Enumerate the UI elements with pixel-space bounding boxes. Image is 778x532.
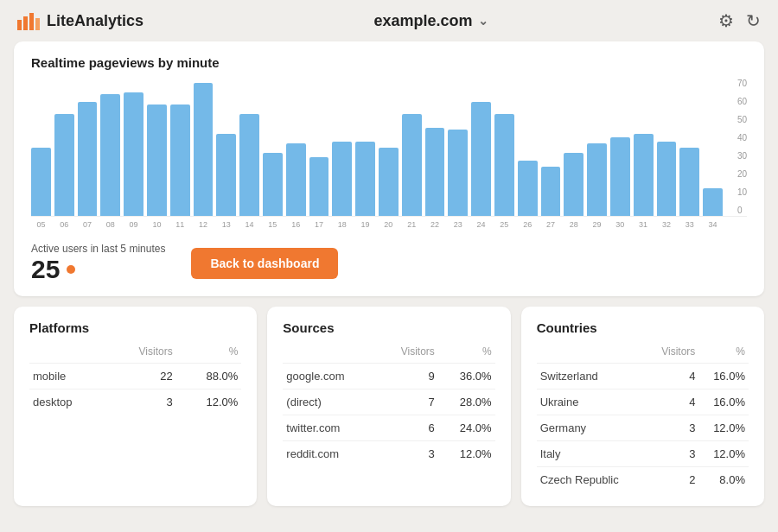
table-cell: 4 — [647, 364, 699, 390]
countries-card: Countries Visitors % Switzerland416.0%Uk… — [521, 307, 764, 506]
chart-bar — [564, 153, 584, 216]
chart-x-label: 06 — [54, 220, 74, 229]
bottom-row: Platforms Visitors % mobile2288.0%deskto… — [14, 307, 764, 506]
chart-x-labels: 0506070809101112131415161718192021222324… — [31, 220, 747, 229]
table-cell: 9 — [379, 364, 438, 390]
chart-bar — [634, 134, 654, 216]
table-cell: 3 — [647, 415, 699, 441]
bars-container — [31, 79, 747, 217]
chart-bar — [31, 148, 51, 217]
active-users-info: Active users in last 5 minutes 25 — [31, 243, 165, 284]
table-cell: 8.0% — [698, 467, 749, 493]
table-row: reddit.com312.0% — [283, 441, 494, 467]
sources-col-pct: % — [438, 344, 495, 364]
chart-bar — [448, 130, 468, 216]
chart-x-label: 32 — [657, 220, 677, 229]
chart-x-label: 09 — [124, 220, 143, 229]
chart-bar — [54, 114, 74, 216]
svg-rect-0 — [17, 20, 22, 30]
settings-icon[interactable]: ⚙ — [718, 10, 734, 31]
chart-x-label: 25 — [494, 220, 514, 229]
table-cell: 3 — [379, 441, 438, 467]
chart-bar — [124, 92, 143, 216]
chart-bar — [216, 134, 236, 216]
chart-bar — [309, 157, 329, 216]
chart-bar — [355, 142, 375, 216]
platforms-col-pct: % — [176, 344, 242, 364]
table-cell: 16.0% — [698, 390, 749, 415]
table-cell: mobile — [29, 364, 107, 390]
site-name: example.com — [373, 12, 472, 30]
table-cell: Switzerland — [537, 364, 647, 390]
active-users-number: 25 — [31, 255, 60, 284]
chart-bar — [78, 102, 98, 216]
svg-rect-1 — [23, 16, 28, 30]
back-to-dashboard-button[interactable]: Back to dashboard — [191, 248, 338, 279]
table-cell: google.com — [283, 364, 378, 390]
table-cell: reddit.com — [283, 441, 378, 467]
countries-col-name — [537, 344, 647, 364]
chart-bar — [471, 102, 491, 216]
chart-x-label: 11 — [170, 220, 190, 229]
chart-title: Realtime pageviews by minute — [31, 55, 747, 70]
chart-bar — [379, 148, 399, 217]
table-row: Ukraine416.0% — [537, 390, 749, 415]
chart-bar — [402, 114, 422, 216]
table-cell: 2 — [647, 467, 699, 493]
chart-bar — [679, 148, 699, 217]
logo-text: LiteAnalytics — [47, 12, 143, 30]
chart-bar — [239, 114, 259, 216]
chart-x-label: 12 — [194, 220, 214, 229]
main-content: Realtime pageviews by minute 01020304050… — [0, 41, 778, 520]
table-row: mobile2288.0% — [29, 364, 241, 390]
chart-x-label: 14 — [239, 220, 259, 229]
refresh-icon[interactable]: ↻ — [746, 10, 761, 31]
table-cell: Ukraine — [537, 390, 647, 415]
chart-x-label: 31 — [634, 220, 654, 229]
chart-x-label: 29 — [587, 220, 607, 229]
table-cell: 12.0% — [176, 390, 242, 415]
chart-x-label: 19 — [355, 220, 375, 229]
table-cell: 3 — [647, 441, 699, 467]
table-row: Switzerland416.0% — [537, 364, 749, 390]
chart-bar — [587, 143, 607, 216]
chart-bar — [657, 142, 677, 216]
sources-card: Sources Visitors % google.com936.0%(dire… — [267, 307, 510, 506]
table-cell: 6 — [379, 415, 438, 441]
chart-x-label: 16 — [286, 220, 306, 229]
table-row: Italy312.0% — [537, 441, 749, 467]
logo: LiteAnalytics — [17, 11, 143, 30]
chart-card: Realtime pageviews by minute 01020304050… — [14, 41, 764, 296]
table-cell: desktop — [29, 390, 107, 415]
table-row: twitter.com624.0% — [283, 415, 494, 441]
table-row: google.com936.0% — [283, 364, 494, 390]
chart-x-label: 10 — [147, 220, 167, 229]
chart-y-label: 10 — [737, 187, 747, 197]
chart-x-label: 21 — [402, 220, 422, 229]
chart-bar — [541, 167, 561, 216]
platforms-title: Platforms — [29, 320, 241, 335]
sources-col-visitors: Visitors — [379, 344, 438, 364]
table-cell: 3 — [107, 390, 175, 415]
header-actions: ⚙ ↻ — [718, 10, 761, 31]
chart-x-label: 23 — [448, 220, 468, 229]
chart-bar — [494, 114, 514, 216]
chart-y-label: 40 — [737, 133, 747, 142]
table-row: (direct)728.0% — [283, 390, 494, 415]
chart-bar — [610, 137, 630, 216]
chart-area: 010203040506070 050607080910111213141516… — [31, 79, 747, 234]
chart-x-label: 24 — [471, 220, 491, 229]
chart-x-label: 33 — [679, 220, 699, 229]
chart-bar — [263, 153, 283, 216]
table-cell: twitter.com — [283, 415, 378, 441]
chart-y-label: 30 — [737, 151, 747, 161]
table-row: desktop312.0% — [29, 390, 241, 415]
chart-x-label: 05 — [31, 220, 51, 229]
chart-x-label: 18 — [332, 220, 352, 229]
chart-y-label: 0 — [737, 206, 747, 215]
table-row: Germany312.0% — [537, 415, 749, 441]
site-selector[interactable]: example.com ⌄ — [373, 12, 488, 30]
active-users-label: Active users in last 5 minutes — [31, 243, 165, 255]
table-cell: (direct) — [283, 390, 378, 415]
table-cell: 24.0% — [438, 415, 495, 441]
